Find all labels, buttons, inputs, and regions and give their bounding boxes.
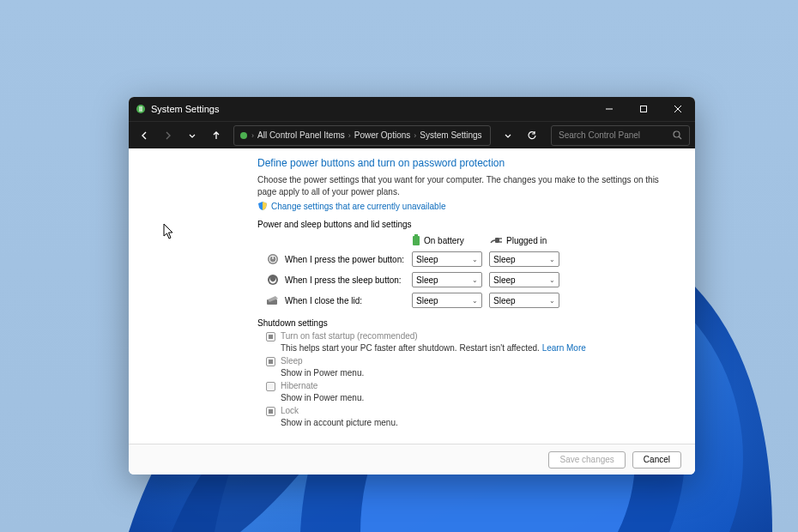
svg-point-6 (240, 132, 247, 139)
chevron-down-icon: ⌄ (549, 256, 555, 263)
refresh-button[interactable] (522, 125, 542, 146)
back-button[interactable] (134, 125, 154, 146)
col-plugged: Plugged in (489, 236, 566, 245)
chevron-down-icon: ⌄ (549, 297, 555, 305)
sleep-sub: Show in Power menu. (281, 368, 661, 378)
chevron-down-icon: ⌄ (472, 276, 478, 284)
search-placeholder: Search Control Panel (559, 130, 673, 140)
svg-rect-1 (139, 106, 142, 112)
svg-rect-10 (414, 234, 418, 236)
plug-icon (489, 236, 503, 245)
power-row-lid: When I close the lid: Sleep⌄ Sleep⌄ (266, 293, 661, 308)
section-power-title: Power and sleep buttons and lid settings (257, 220, 661, 229)
power-table: On battery Plugged in When I press the p… (266, 234, 661, 308)
power-row-sleep-button: When I press the sleep button: Sleep⌄ Sl… (266, 272, 661, 287)
up-button[interactable] (206, 125, 227, 146)
fast-startup-label: Turn on fast startup (recommended) (281, 331, 418, 341)
lock-label: Lock (281, 406, 299, 415)
content-area: Define power buttons and turn on passwor… (129, 148, 695, 444)
footer: Save changes Cancel (129, 444, 695, 475)
page-heading: Define power buttons and turn on passwor… (257, 157, 661, 169)
battery-icon (412, 234, 420, 246)
change-settings-link[interactable]: Change settings that are currently unava… (271, 202, 445, 211)
breadcrumb-icon (239, 131, 248, 140)
breadcrumb[interactable]: › All Control Panel Items › Power Option… (233, 125, 491, 146)
lid-plugged-select[interactable]: Sleep⌄ (489, 293, 559, 308)
chevron-right-icon: › (348, 131, 351, 140)
svg-point-7 (674, 131, 680, 137)
hibernate-sub: Show in Power menu. (281, 393, 661, 402)
col-battery: On battery (412, 234, 489, 246)
learn-more-link[interactable]: Learn More (542, 343, 586, 353)
chevron-right-icon: › (251, 131, 254, 140)
save-button[interactable]: Save changes (548, 451, 625, 469)
sleep-checkbox[interactable] (266, 357, 275, 366)
lock-checkbox[interactable] (266, 407, 275, 416)
power-button-icon (266, 252, 280, 266)
forward-button[interactable] (158, 125, 178, 146)
page-description: Choose the power settings that you want … (257, 174, 661, 197)
sleep-label: Sleep (281, 356, 303, 366)
cancel-button[interactable]: Cancel (632, 451, 681, 469)
close-button[interactable] (661, 97, 695, 121)
control-panel-window: System Settings › All Control Panel Item… (129, 97, 695, 475)
search-icon (673, 130, 682, 140)
lid-battery-select[interactable]: Sleep⌄ (412, 293, 482, 308)
lid-icon (266, 293, 280, 307)
shield-icon (257, 201, 268, 211)
window-title: System Settings (151, 104, 592, 114)
sleep-button-battery-select[interactable]: Sleep⌄ (412, 272, 482, 287)
svg-rect-3 (641, 106, 647, 112)
breadcrumb-item[interactable]: Power Options (354, 130, 411, 140)
fast-startup-sub: This helps start your PC faster after sh… (281, 343, 661, 353)
hibernate-label: Hibernate (281, 381, 317, 390)
lock-sub: Show in account picture menu. (281, 418, 661, 427)
breadcrumb-item[interactable]: System Settings (420, 130, 481, 140)
fast-startup-checkbox[interactable] (266, 332, 275, 342)
chevron-right-icon: › (414, 131, 416, 140)
power-button-plugged-select[interactable]: Sleep⌄ (489, 251, 559, 267)
svg-line-8 (679, 136, 681, 139)
chevron-down-icon: ⌄ (549, 276, 555, 284)
chevron-down-icon: ⌄ (472, 256, 478, 263)
sleep-button-icon (266, 273, 280, 287)
chevron-down-icon: ⌄ (472, 297, 478, 305)
titlebar: System Settings (129, 97, 695, 121)
search-input[interactable]: Search Control Panel (551, 125, 690, 146)
breadcrumb-history-button[interactable] (498, 125, 518, 146)
navbar: › All Control Panel Items › Power Option… (129, 121, 695, 148)
power-row-power-button: When I press the power button: Sleep⌄ Sl… (266, 251, 661, 267)
recent-button[interactable] (182, 125, 203, 146)
minimize-button[interactable] (592, 97, 626, 121)
app-icon (136, 104, 146, 114)
svg-rect-9 (413, 236, 420, 245)
breadcrumb-item[interactable]: All Control Panel Items (257, 130, 345, 140)
power-button-battery-select[interactable]: Sleep⌄ (412, 251, 482, 267)
sleep-button-plugged-select[interactable]: Sleep⌄ (489, 272, 559, 287)
shutdown-section: Shutdown settings Turn on fast startup (… (257, 318, 661, 427)
section-shutdown-title: Shutdown settings (257, 318, 661, 328)
svg-rect-11 (495, 238, 499, 243)
maximize-button[interactable] (626, 97, 661, 121)
hibernate-checkbox[interactable] (266, 382, 275, 391)
